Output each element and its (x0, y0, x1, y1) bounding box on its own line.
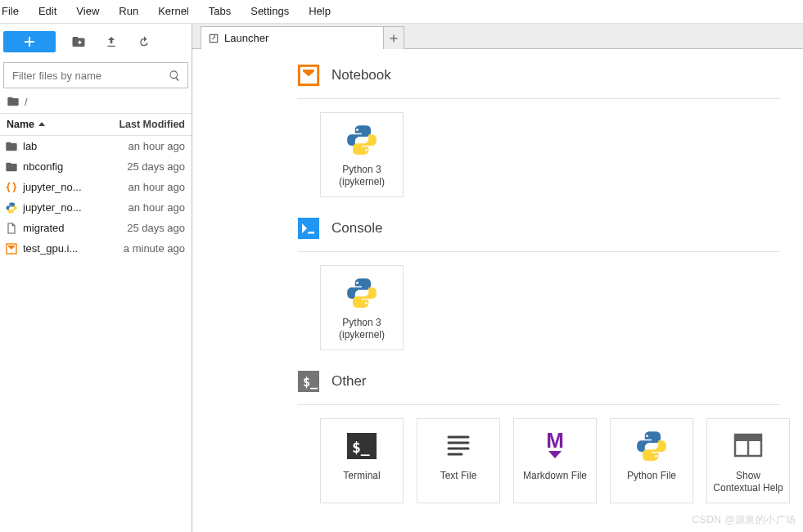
card-row: $_TerminalText FileMMarkdown FilePython … (320, 418, 803, 503)
tab-launcher[interactable]: Launcher (201, 26, 384, 49)
notebook-icon (5, 242, 18, 255)
menu-tabs[interactable]: Tabs (199, 0, 241, 23)
file-name: nbconfig (23, 160, 122, 173)
header-name[interactable]: Name (0, 119, 119, 130)
markdown-icon: M (536, 427, 574, 465)
file-row[interactable]: test_gpu.i...a minute ago (0, 238, 192, 259)
upload-button[interactable] (95, 31, 128, 52)
file-name: migrated (23, 222, 122, 234)
folder-icon (5, 140, 18, 153)
section-divider (297, 251, 780, 252)
file-time: an hour ago (129, 201, 185, 214)
menu-kernel[interactable]: Kernel (148, 0, 199, 23)
file-time: a minute ago (124, 242, 185, 255)
breadcrumb-root[interactable]: / (25, 96, 28, 108)
file-name: test_gpu.i... (23, 242, 119, 255)
launcher-card[interactable]: Python 3(ipykernel) (320, 265, 404, 350)
card-label: Terminal (340, 470, 383, 482)
launcher-tab-icon (208, 33, 219, 44)
tab-add-button[interactable] (383, 26, 404, 49)
section-header: Notebook (297, 64, 780, 98)
menu-view[interactable]: View (66, 0, 109, 23)
launcher-card[interactable]: Python File (610, 418, 693, 503)
section-header: Console (297, 217, 780, 251)
section-title: Notebook (332, 67, 391, 83)
menu-edit[interactable]: Edit (29, 0, 66, 23)
menu-bar: File Edit View Run Kernel Tabs Settings … (0, 0, 803, 24)
python-icon (5, 201, 18, 214)
file-row[interactable]: jupyter_no...an hour ago (0, 197, 192, 218)
file-icon (5, 222, 18, 235)
folder-icon (7, 95, 20, 108)
launcher-section: ConsolePython 3(ipykernel) (192, 217, 803, 350)
section-divider (297, 404, 780, 405)
card-label: Text File (437, 470, 480, 482)
header-modified[interactable]: Last Modified (119, 119, 192, 130)
file-row[interactable]: migrated25 days ago (0, 218, 192, 238)
file-name: lab (23, 140, 124, 152)
search-icon (169, 70, 181, 82)
file-row[interactable]: nbconfig25 days ago (0, 156, 192, 177)
section-title: Console (332, 220, 382, 237)
json-icon (5, 181, 18, 194)
card-label: Python File (624, 470, 679, 482)
new-launcher-button[interactable] (3, 31, 56, 52)
file-time: 25 days ago (127, 160, 185, 173)
new-folder-icon (71, 34, 86, 49)
menu-settings[interactable]: Settings (241, 0, 299, 23)
card-label: ShowContextual Help (710, 470, 786, 494)
menu-help[interactable]: Help (299, 0, 341, 23)
menu-file[interactable]: File (0, 0, 29, 23)
launcher-card[interactable]: MMarkdown File (513, 418, 597, 503)
new-folder-button[interactable] (62, 31, 95, 52)
sort-asc-icon (38, 120, 46, 128)
launcher-card[interactable]: Python 3(ipykernel) (320, 112, 404, 197)
launcher-card[interactable]: Text File (417, 418, 500, 503)
launcher-panel: NotebookPython 3(ipykernel)ConsolePython… (192, 49, 803, 532)
filter-box[interactable] (3, 62, 188, 88)
terminal-icon: $_ (343, 427, 381, 465)
file-list: laban hour agonbconfig25 days agojupyter… (0, 136, 192, 532)
card-label: Python 3(ipykernel) (336, 317, 388, 341)
file-time: an hour ago (129, 181, 185, 193)
card-label: Python 3(ipykernel) (336, 164, 388, 188)
refresh-button[interactable] (128, 31, 160, 52)
file-list-header: Name Last Modified (0, 113, 192, 136)
file-row[interactable]: jupyter_no...an hour ago (0, 177, 192, 197)
python-logo-icon (343, 274, 381, 312)
file-row[interactable]: laban hour ago (0, 136, 192, 156)
inspector-icon (729, 427, 767, 465)
card-row: Python 3(ipykernel) (320, 265, 803, 350)
menu-run[interactable]: Run (109, 0, 148, 23)
card-label: Markdown File (520, 470, 590, 482)
svg-rect-14 (735, 435, 761, 441)
launcher-card[interactable]: $_Terminal (320, 418, 404, 503)
refresh-icon (138, 35, 151, 48)
svg-text:$_: $_ (303, 375, 318, 390)
header-name-label: Name (7, 119, 34, 130)
file-browser-toolbar (0, 24, 192, 59)
section-title: Other (332, 373, 367, 390)
python-logo-icon (343, 121, 381, 159)
svg-rect-3 (308, 232, 314, 234)
breadcrumb[interactable]: / (0, 90, 192, 113)
launcher-section: $_Other$_TerminalText FileMMarkdown File… (192, 370, 803, 503)
launcher-card[interactable]: ShowContextual Help (706, 418, 790, 503)
textfile-icon (440, 427, 477, 465)
notebook-section (297, 64, 320, 87)
plus-icon (389, 34, 399, 43)
svg-text:$_: $_ (352, 439, 370, 456)
tab-label: Launcher (224, 32, 268, 44)
folder-icon (5, 160, 18, 174)
svg-rect-2 (298, 218, 319, 239)
section-header: $_Other (297, 370, 780, 404)
console-section (297, 217, 320, 240)
plus-icon (23, 35, 36, 48)
upload-icon (105, 35, 118, 48)
file-time: 25 days ago (127, 222, 185, 234)
main-area: Launcher NotebookPython 3(ipykernel)Cons… (192, 24, 803, 532)
launcher-section: NotebookPython 3(ipykernel) (192, 64, 803, 197)
filter-input[interactable] (11, 64, 162, 87)
python-logo-icon (633, 427, 670, 465)
tab-bar: Launcher (192, 24, 803, 49)
